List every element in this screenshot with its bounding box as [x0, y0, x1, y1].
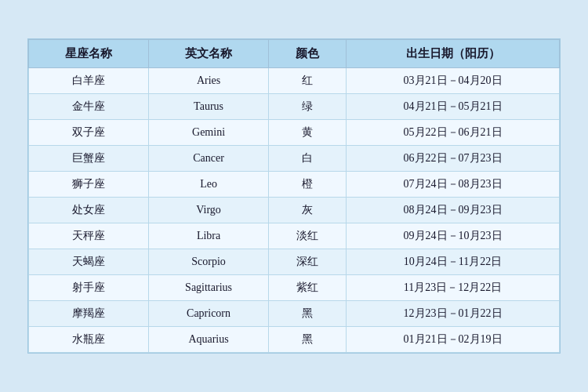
- header-color: 颜色: [269, 40, 347, 68]
- cell-dates: 11月23日－12月22日: [347, 275, 560, 301]
- table-row: 狮子座Leo橙07月24日－08月23日: [29, 172, 560, 198]
- cell-dates: 03月21日－04月20日: [347, 68, 560, 94]
- header-english-name: 英文名称: [149, 40, 269, 68]
- cell-english: Sagittarius: [149, 275, 269, 301]
- cell-dates: 08月24日－09月23日: [347, 198, 560, 223]
- table-header-row: 星座名称 英文名称 颜色 出生日期（阳历）: [29, 40, 560, 68]
- cell-color: 深红: [269, 249, 347, 275]
- cell-color: 红: [269, 68, 347, 94]
- cell-english: Cancer: [149, 146, 269, 172]
- table-row: 白羊座Aries红03月21日－04月20日: [29, 68, 560, 94]
- cell-dates: 05月22日－06月21日: [347, 120, 560, 146]
- cell-dates: 01月21日－02月19日: [347, 327, 560, 353]
- cell-chinese: 天秤座: [29, 223, 149, 249]
- cell-color: 黑: [269, 301, 347, 327]
- cell-dates: 10月24日－11月22日: [347, 249, 560, 275]
- cell-chinese: 巨蟹座: [29, 146, 149, 172]
- cell-english: Aquarius: [149, 327, 269, 353]
- cell-color: 黄: [269, 120, 347, 146]
- header-chinese-name: 星座名称: [29, 40, 149, 68]
- cell-english: Taurus: [149, 94, 269, 120]
- cell-chinese: 处女座: [29, 198, 149, 223]
- table-row: 水瓶座Aquarius黑01月21日－02月19日: [29, 327, 560, 353]
- table-row: 摩羯座Capricorn黑12月23日－01月22日: [29, 301, 560, 327]
- cell-dates: 09月24日－10月23日: [347, 223, 560, 249]
- cell-dates: 12月23日－01月22日: [347, 301, 560, 327]
- cell-chinese: 摩羯座: [29, 301, 149, 327]
- cell-dates: 06月22日－07月23日: [347, 146, 560, 172]
- cell-color: 紫红: [269, 275, 347, 301]
- cell-english: Gemini: [149, 120, 269, 146]
- cell-english: Scorpio: [149, 249, 269, 275]
- cell-english: Capricorn: [149, 301, 269, 327]
- cell-dates: 04月21日－05月21日: [347, 94, 560, 120]
- cell-chinese: 天蝎座: [29, 249, 149, 275]
- cell-color: 黑: [269, 327, 347, 353]
- table-row: 金牛座Taurus绿04月21日－05月21日: [29, 94, 560, 120]
- cell-english: Leo: [149, 172, 269, 198]
- table-row: 天秤座Libra淡红09月24日－10月23日: [29, 223, 560, 249]
- cell-english: Virgo: [149, 198, 269, 223]
- cell-dates: 07月24日－08月23日: [347, 172, 560, 198]
- cell-color: 淡红: [269, 223, 347, 249]
- header-dates: 出生日期（阳历）: [347, 40, 560, 68]
- cell-chinese: 白羊座: [29, 68, 149, 94]
- cell-chinese: 水瓶座: [29, 327, 149, 353]
- cell-chinese: 狮子座: [29, 172, 149, 198]
- cell-english: Aries: [149, 68, 269, 94]
- cell-color: 绿: [269, 94, 347, 120]
- cell-chinese: 双子座: [29, 120, 149, 146]
- cell-chinese: 金牛座: [29, 94, 149, 120]
- cell-color: 灰: [269, 198, 347, 223]
- cell-chinese: 射手座: [29, 275, 149, 301]
- table-row: 双子座Gemini黄05月22日－06月21日: [29, 120, 560, 146]
- cell-english: Libra: [149, 223, 269, 249]
- table-row: 处女座Virgo灰08月24日－09月23日: [29, 198, 560, 223]
- zodiac-table: 星座名称 英文名称 颜色 出生日期（阳历） 白羊座Aries红03月21日－04…: [28, 39, 560, 353]
- table-row: 天蝎座Scorpio深红10月24日－11月22日: [29, 249, 560, 275]
- cell-color: 白: [269, 146, 347, 172]
- table-row: 射手座Sagittarius紫红11月23日－12月22日: [29, 275, 560, 301]
- cell-color: 橙: [269, 172, 347, 198]
- zodiac-table-container: 星座名称 英文名称 颜色 出生日期（阳历） 白羊座Aries红03月21日－04…: [27, 38, 561, 354]
- table-body: 白羊座Aries红03月21日－04月20日金牛座Taurus绿04月21日－0…: [29, 68, 560, 353]
- table-row: 巨蟹座Cancer白06月22日－07月23日: [29, 146, 560, 172]
